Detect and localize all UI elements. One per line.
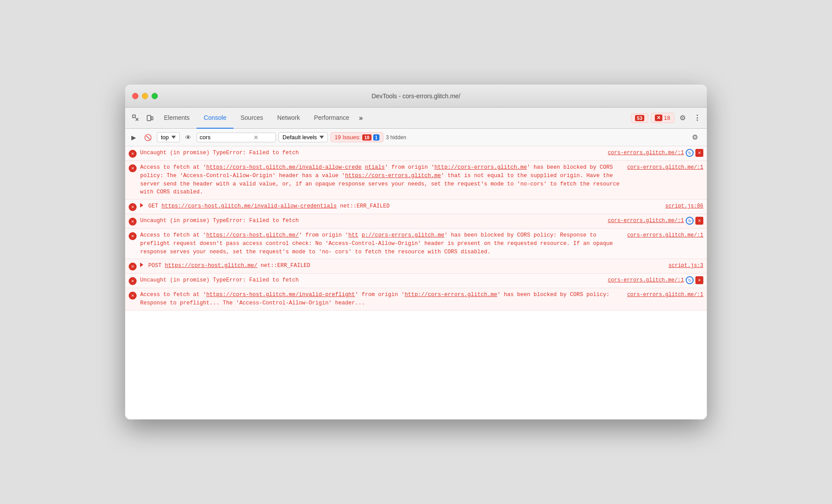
log-source: cors-errors.glitch.me/:1 xyxy=(627,163,703,171)
issues-badge[interactable]: 19 Issues: 18 1 xyxy=(331,132,383,142)
frame-selector-arrow xyxy=(171,136,176,139)
clear-console-button[interactable]: 🚫 xyxy=(141,132,154,143)
log-source: script.js:3 xyxy=(669,262,703,270)
console-settings-button[interactable]: ⚙ xyxy=(689,131,701,143)
source-link[interactable]: cors-errors.glitch.me/:1 xyxy=(627,232,703,238)
more-options-button[interactable]: ⋮ xyxy=(691,112,703,124)
cors-url-link3[interactable]: https://cors-host.glitch.me/ xyxy=(206,232,299,238)
log-message: Access to fetch at 'https://cors-host.gl… xyxy=(140,231,624,256)
source-link[interactable]: cors-errors.glitch.me/:1 xyxy=(627,164,703,170)
close-button[interactable] xyxy=(132,93,138,99)
title-bar: DevTools - cors-errors.glitch.me/ xyxy=(125,85,707,107)
cors-url-link[interactable]: https://cors-host.glitch.me/invalid-allo… xyxy=(206,164,362,170)
warning-icon: ✕ xyxy=(655,115,662,121)
issues-label: 19 Issues: xyxy=(334,134,360,141)
log-entry: ✕ Uncaught (in promise) TypeError: Faile… xyxy=(125,214,707,229)
tab-console[interactable]: Console xyxy=(197,107,233,129)
source-link[interactable]: script.js:3 xyxy=(669,263,703,269)
error-text: Uncaught (in promise) TypeError: Failed … xyxy=(140,277,299,283)
error-icon: ✕ xyxy=(129,292,137,300)
log-entry: ✕ Access to fetch at 'https://cors-host.… xyxy=(125,161,707,200)
log-message: Access to fetch at 'https://cors-host.gl… xyxy=(140,163,624,196)
refresh-icon[interactable]: ↻ xyxy=(686,149,694,157)
issues-info-count: 1 xyxy=(373,134,379,141)
console-toolbar: ▶ 🚫 top 👁 ✕ Default levels 19 Issues: 18… xyxy=(125,129,707,146)
tab-bar: Elements Console Sources Network Perform… xyxy=(125,107,707,129)
source-link[interactable]: cors-errors.glitch.me/:1 xyxy=(608,149,684,157)
warnings-badge[interactable]: ✕ 18 xyxy=(651,113,674,123)
cors-url-link2[interactable]: ntials xyxy=(365,164,385,170)
refresh-icon[interactable]: ↻ xyxy=(686,217,694,225)
log-entry: ✕ Access to fetch at 'https://cors-host.… xyxy=(125,288,707,311)
toolbar-right: 53 ✕ 18 ⚙ ⋮ xyxy=(631,112,703,124)
error-icon: ✕ xyxy=(129,150,137,158)
run-snippet-button[interactable]: ▶ xyxy=(129,132,139,143)
log-message: Uncaught (in promise) TypeError: Failed … xyxy=(140,149,604,157)
tab-sources[interactable]: Sources xyxy=(234,107,270,129)
log-entry: ✕ Uncaught (in promise) TypeError: Faile… xyxy=(125,274,707,288)
error-text: Uncaught (in promise) TypeError: Failed … xyxy=(140,150,299,156)
filter-input[interactable] xyxy=(200,134,253,141)
log-level-arrow xyxy=(319,136,324,139)
tab-elements[interactable]: Elements xyxy=(157,107,197,129)
svg-rect-1 xyxy=(147,115,151,121)
errors-badge[interactable]: 53 xyxy=(631,113,648,123)
log-entry: ✕ Uncaught (in promise) TypeError: Faile… xyxy=(125,146,707,161)
error-icon: ✕ xyxy=(129,218,137,226)
log-level-label: Default levels xyxy=(282,134,317,141)
window-title: DevTools - cors-errors.glitch.me/ xyxy=(371,93,461,100)
error-icon: ✕ xyxy=(129,232,137,240)
cors-url-link4[interactable]: https://cors-host.glitch.me/invalid-pref… xyxy=(206,292,355,298)
error-icon: ✕ xyxy=(129,203,137,211)
origin-link2[interactable]: htt xyxy=(349,232,359,238)
maximize-button[interactable] xyxy=(152,93,158,99)
origin-link[interactable]: http://cors-errors.glitch.me xyxy=(435,164,527,170)
request-url-link[interactable]: https://cors-host.glitch.me/invalid-allo… xyxy=(162,203,337,209)
filter-search-box[interactable]: ✕ xyxy=(197,133,276,142)
inspect-element-button[interactable] xyxy=(129,112,143,124)
search-clear-button[interactable]: ✕ xyxy=(253,134,260,141)
log-source: cors-errors.glitch.me/:1 ↻ ✕ xyxy=(608,217,703,225)
expand-arrow[interactable] xyxy=(140,263,143,267)
error-icon: ✕ xyxy=(129,263,137,271)
log-source: script.js:86 xyxy=(665,202,703,210)
error-text: Uncaught (in promise) TypeError: Failed … xyxy=(140,218,299,224)
tab-network[interactable]: Network xyxy=(270,107,307,129)
source-link[interactable]: cors-errors.glitch.me/:1 xyxy=(608,217,684,225)
svg-rect-0 xyxy=(133,115,135,118)
log-message: Uncaught (in promise) TypeError: Failed … xyxy=(140,276,604,285)
error-icon: ✕ xyxy=(129,164,137,172)
dismiss-icon[interactable]: ✕ xyxy=(695,217,703,225)
filter-button[interactable]: 👁 xyxy=(182,132,194,143)
log-source: cors-errors.glitch.me/:1 xyxy=(627,231,703,239)
log-message: GET https://cors-host.glitch.me/invalid-… xyxy=(140,202,662,211)
log-level-selector[interactable]: Default levels xyxy=(279,132,328,142)
log-entry: ✕ Access to fetch at 'https://cors-host.… xyxy=(125,229,707,259)
more-tabs-button[interactable]: » xyxy=(357,112,366,124)
source-link[interactable]: cors-errors.glitch.me/:1 xyxy=(627,292,703,298)
error-suffix: net::ERR_FAILED xyxy=(261,263,311,269)
warnings-count: 18 xyxy=(664,115,670,121)
log-source: cors-errors.glitch.me/:1 ↻ ✕ xyxy=(608,149,703,157)
minimize-button[interactable] xyxy=(142,93,148,99)
dismiss-icon[interactable]: ✕ xyxy=(695,276,703,284)
request-url-link2[interactable]: https://cors-host.glitch.me/ xyxy=(165,263,257,269)
origin-link4[interactable]: http://cors-errors.glitch.me xyxy=(405,292,497,298)
refresh-icon[interactable]: ↻ xyxy=(686,276,694,284)
origin-link3[interactable]: p://cors-errors.glitch.me xyxy=(362,232,445,238)
device-toolbar-button[interactable] xyxy=(143,112,157,124)
settings-button[interactable]: ⚙ xyxy=(677,112,688,124)
log-source: cors-errors.glitch.me/:1 xyxy=(627,291,703,299)
log-message: Uncaught (in promise) TypeError: Failed … xyxy=(140,217,604,225)
expand-arrow[interactable] xyxy=(140,203,143,208)
devtools-window: DevTools - cors-errors.glitch.me/ Elemen… xyxy=(125,85,707,419)
log-entry: ✕ POST https://cors-host.glitch.me/ net:… xyxy=(125,259,707,274)
tab-performance[interactable]: Performance xyxy=(307,107,356,129)
frame-selector[interactable]: top xyxy=(157,132,180,142)
traffic-lights xyxy=(132,93,158,99)
dismiss-icon[interactable]: ✕ xyxy=(695,149,703,157)
source-link[interactable]: cors-errors.glitch.me/:1 xyxy=(608,276,684,284)
source-link[interactable]: script.js:86 xyxy=(665,203,703,209)
log-entry: ✕ GET https://cors-host.glitch.me/invali… xyxy=(125,200,707,214)
header-value-link[interactable]: https://cors-errors.glitch.me xyxy=(345,173,441,179)
